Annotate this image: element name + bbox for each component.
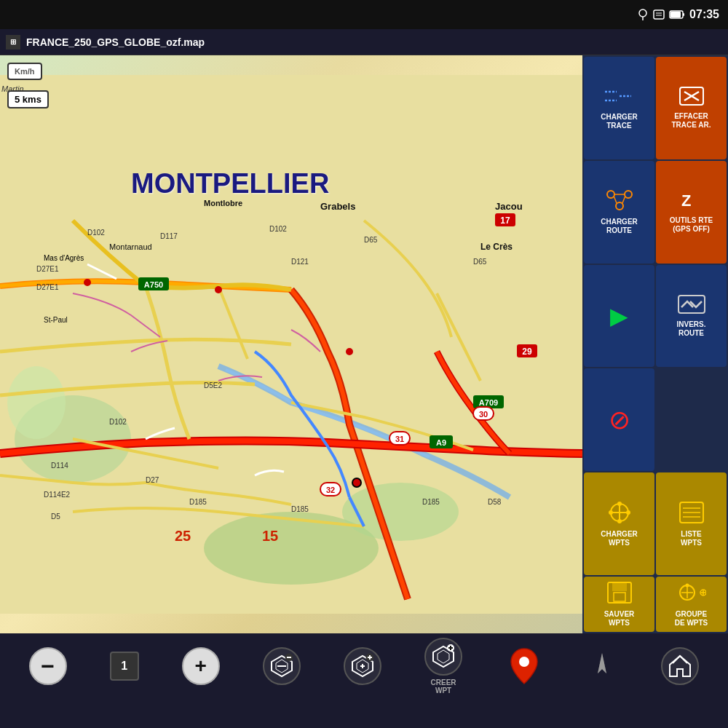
svg-text:D5: D5 (51, 513, 60, 521)
svg-rect-7 (670, 12, 681, 17)
svg-text:29: 29 (522, 347, 532, 357)
groupe-wpts-icon (677, 581, 706, 607)
svg-text:A9: A9 (436, 438, 446, 447)
creer-wpt-button[interactable]: CREERWPT (424, 638, 462, 695)
montpellier-label: MONTPELLIER (131, 168, 329, 199)
map-zoom-in-button[interactable] (344, 647, 381, 685)
compass-icon (586, 650, 618, 682)
charger-wpts-icon (606, 501, 633, 527)
svg-marker-110 (438, 650, 449, 663)
map-zoom-out-button[interactable] (263, 647, 301, 685)
svg-line-71 (614, 196, 617, 203)
map-area[interactable]: A750 A9 A709 17 29 30 (0, 55, 582, 633)
liste-wpts-icon (678, 501, 705, 527)
svg-text:Mas d'Agrès: Mas d'Agrès (44, 254, 84, 262)
zoom-in-button[interactable]: + (182, 647, 220, 685)
outils-rte-icon: Z (678, 190, 705, 213)
compass-button[interactable] (586, 650, 618, 682)
svg-text:D114E2: D114E2 (44, 491, 71, 499)
charger-wpts-label: CHARGERWPTS (601, 530, 638, 547)
bottom-toolbar: − 1 + (0, 633, 728, 699)
stop-button[interactable]: ⊘ (584, 368, 654, 471)
charger-wpts-button[interactable]: CHARGERWPTS (584, 472, 654, 575)
invers-route-icon (677, 294, 706, 317)
groupe-wpts-label: GROUPEDE WPTS (675, 610, 708, 628)
status-time: 07:35 (689, 8, 719, 21)
effacer-trace-label: EFFACERTRACE AR. (671, 112, 711, 130)
right-panel: CHARGERTRACE EFFACERTRACE AR. (582, 55, 728, 633)
play-icon: ▶ (610, 304, 628, 328)
svg-text:St-Paul: St-Paul (44, 316, 68, 324)
sauver-wpts-label: SAUVERWPTS (604, 610, 635, 628)
liste-wpts-button[interactable]: LISTEWPTS (656, 472, 727, 575)
svg-point-82 (626, 510, 630, 515)
svg-point-93 (685, 584, 689, 587)
svg-text:Grabels: Grabels (320, 201, 355, 212)
svg-point-81 (609, 510, 613, 515)
play-button[interactable]: ▶ (584, 265, 654, 368)
sauver-wpts-icon (606, 581, 633, 607)
charger-trace-label: CHARGERTRACE (601, 113, 638, 130)
sauver-wpts-button[interactable]: SAUVERWPTS (584, 577, 654, 632)
svg-rect-75 (678, 296, 705, 313)
charger-route-button[interactable]: CHARGERROUTE (584, 161, 654, 264)
creer-wpt-icon (424, 638, 462, 676)
speed-box: Km/h (7, 63, 42, 80)
svg-rect-89 (614, 593, 625, 601)
content-area: A750 A9 A709 17 29 30 (0, 55, 728, 633)
svg-text:A750: A750 (144, 280, 163, 289)
effacer-trace-button[interactable]: EFFACERTRACE AR. (656, 57, 727, 159)
svg-text:D185: D185 (291, 505, 309, 513)
battery-icon (669, 9, 685, 20)
status-bar: 07:35 (0, 0, 728, 29)
svg-text:17: 17 (500, 215, 510, 226)
effacer-trace-icon (678, 86, 705, 109)
svg-text:D185: D185 (422, 498, 440, 506)
svg-text:D114: D114 (51, 462, 68, 470)
svg-text:D5E2: D5E2 (204, 381, 222, 389)
svg-text:D102: D102 (269, 225, 287, 233)
charger-route-label: CHARGERROUTE (601, 218, 638, 235)
invers-route-label: INVERS.ROUTE (676, 320, 705, 338)
top-bar: ⊞ FRANCE_250_GPS_GLOBE_ozf.map (0, 29, 728, 55)
home-button[interactable] (661, 647, 699, 685)
svg-text:Montarnaud: Montarnaud (109, 242, 152, 251)
outils-rte-button[interactable]: Z OUTILS RTE(GPS OFF) (656, 161, 727, 264)
svg-point-79 (617, 502, 622, 506)
svg-text:D117: D117 (160, 232, 178, 240)
charger-trace-button[interactable]: CHARGERTRACE (584, 57, 654, 159)
svg-rect-2 (654, 10, 664, 19)
svg-rect-88 (612, 582, 627, 591)
creer-wpt-label: CREERWPT (431, 678, 456, 695)
charger-trace-icon (605, 86, 634, 110)
svg-text:15: 15 (262, 528, 278, 544)
zoom-out-button[interactable]: − (29, 647, 67, 685)
svg-point-14 (215, 286, 222, 293)
zoom-in-icon: + (182, 647, 220, 685)
svg-text:Le Crès: Le Crès (480, 242, 513, 252)
location-icon (505, 647, 543, 685)
svg-text:D121: D121 (291, 258, 309, 266)
status-icons: 07:35 (637, 8, 719, 21)
svg-text:D65: D65 (364, 236, 378, 244)
liste-wpts-label: LISTEWPTS (681, 530, 702, 547)
location-button[interactable] (505, 647, 543, 685)
svg-text:D27: D27 (146, 476, 159, 484)
svg-point-13 (84, 279, 91, 286)
svg-text:D27E1: D27E1 (36, 265, 59, 273)
svg-text:D58: D58 (488, 498, 502, 506)
scale-label: 5 kms (15, 94, 41, 105)
svg-text:Z: Z (681, 191, 691, 210)
zoom-out-icon: − (29, 647, 67, 685)
svg-marker-116 (598, 653, 606, 673)
invers-route-button[interactable]: INVERS.ROUTE (656, 265, 727, 368)
svg-text:A709: A709 (479, 398, 498, 407)
svg-point-69 (625, 191, 632, 198)
svg-text:25: 25 (175, 528, 191, 544)
outils-rte-label: OUTILS RTE(GPS OFF) (670, 216, 713, 234)
svg-point-12 (342, 483, 459, 541)
map-zoom-out-icon (263, 647, 301, 685)
groupe-wpts-button[interactable]: GROUPEDE WPTS (656, 577, 727, 632)
martin-label: Martin (1, 84, 24, 93)
svg-line-72 (622, 196, 625, 203)
